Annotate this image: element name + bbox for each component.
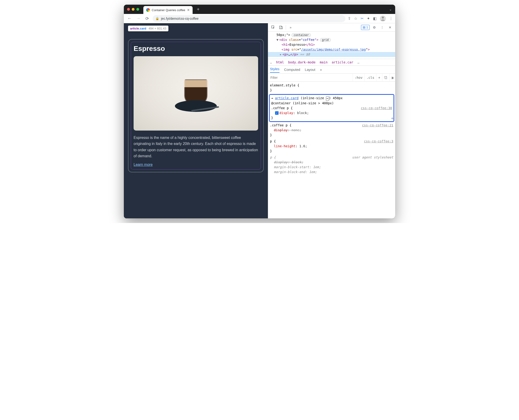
inspect-element-button[interactable] (270, 24, 277, 30)
dom-tree[interactable]: 50px;">container ▼<div class="coffee">gr… (268, 32, 395, 59)
url-text: jec.fyi/demo/css-cq-coffee (161, 17, 199, 20)
container-badge[interactable]: container (292, 33, 311, 37)
titlebar: Container Queries coffee ✕ + ⌄ (124, 5, 395, 14)
device-toolbar-button[interactable] (278, 24, 284, 30)
source-ua: user agent stylesheet (352, 155, 393, 160)
issues-badge[interactable]: ▤ 1 (361, 25, 370, 30)
rule-p-lineheight[interactable]: css-cq-coffee:3p { line-height: 1.6; } (270, 139, 393, 154)
rendered-page: article.card 494 × 601.43 Espresso Espre… (124, 23, 268, 218)
source-link[interactable]: css-cq-coffee:30 (361, 106, 392, 111)
menu-icon[interactable]: ⋮ (389, 16, 393, 21)
coffee-image (134, 56, 258, 131)
address-bar: ← → ⟳ 🔒 jec.fyi/demo/css-cq-coffee ⇧ ☆ ✂… (124, 14, 395, 23)
crumb-html[interactable]: html (276, 60, 284, 64)
tab-computed[interactable]: Computed (284, 68, 300, 72)
styles-tabs: Styles Computed Layout » (268, 66, 395, 74)
crumb-main[interactable]: main (320, 60, 328, 64)
close-tab-button[interactable]: ✕ (187, 8, 190, 12)
devtools-panel: » ▤ 1 ⚙ ⋮ ✕ 50px;">container ▼<div class… (268, 23, 395, 218)
inspect-tooltip: article.card 494 × 601.43 (128, 26, 168, 31)
tooltip-class: .card (139, 27, 146, 30)
scissors-icon[interactable]: ✂ (361, 16, 364, 21)
element-style-block[interactable]: element.style { } (270, 83, 393, 93)
url-bar[interactable]: 🔒 jec.fyi/demo/css-cq-coffee (153, 15, 346, 22)
tooltip-dimensions: 494 × 601.43 (149, 27, 166, 30)
reload-button[interactable]: ⟳ (144, 15, 150, 22)
back-button[interactable]: ← (126, 15, 133, 22)
source-link[interactable]: css-cq-coffee:3 (364, 139, 393, 144)
sidepanel-icon[interactable]: ◧ (373, 16, 376, 21)
forward-button[interactable]: → (135, 15, 142, 22)
dom-breadcrumbs[interactable]: … html body.dark-mode main article.car … (268, 59, 395, 66)
tab-styles[interactable]: Styles (270, 67, 279, 73)
inline-size-icon: ↔ (326, 96, 329, 101)
tab-layout[interactable]: Layout (305, 68, 315, 72)
dom-text: 50px;"> (277, 33, 290, 37)
styles-rules[interactable]: element.style { } → article.card (inline… (268, 82, 395, 218)
dom-selected-node[interactable]: ▸<p>…</p>== $0 (268, 52, 395, 57)
dom-h1-text: Espresso (289, 43, 305, 46)
crumb-ellipsis[interactable]: … (270, 60, 272, 64)
tabs-overflow-button[interactable]: ⌄ (389, 8, 392, 11)
crumb-article[interactable]: article.car (332, 60, 353, 64)
tab-title: Container Queries coffee (152, 8, 185, 12)
container-query-rule[interactable]: → article.card (inline-size ↔) 450px @co… (269, 94, 394, 122)
new-tab-button[interactable]: + (197, 7, 200, 12)
browser-tab[interactable]: Container Queries coffee ✕ (143, 6, 193, 14)
rendering-icon[interactable]: ◨ (389, 74, 395, 81)
share-icon[interactable]: ⇧ (348, 16, 351, 21)
tab-more[interactable]: » (320, 68, 322, 72)
learn-more-link[interactable]: Learn more (134, 163, 153, 167)
window-controls (127, 8, 139, 11)
maximize-window-button[interactable] (136, 8, 139, 11)
devtools-toolbar: » ▤ 1 ⚙ ⋮ ✕ (268, 23, 395, 32)
hov-toggle[interactable]: :hov (353, 74, 364, 81)
styles-filter-bar: :hov .cls + ⿻ ◨ (268, 74, 395, 82)
settings-icon[interactable]: ⚙ (371, 24, 377, 30)
minimize-window-button[interactable] (132, 8, 135, 11)
favicon (146, 8, 150, 12)
grid-badge[interactable]: grid (320, 38, 331, 42)
card-paragraph: Espresso is the name of a highly concent… (134, 135, 258, 159)
property-checkbox[interactable]: ✓ (275, 111, 278, 115)
close-window-button[interactable] (127, 8, 130, 11)
add-property-button[interactable]: + (391, 115, 394, 121)
cls-toggle[interactable]: .cls (364, 74, 376, 81)
bookmark-icon[interactable]: ☆ (354, 16, 357, 21)
dom-img-src[interactable]: /assets/img/demo/cof-espresso.jpg (301, 48, 366, 51)
extensions-icon[interactable]: ✦ (367, 16, 370, 21)
kebab-menu-icon[interactable]: ⋮ (379, 24, 385, 30)
close-devtools-button[interactable]: ✕ (387, 24, 393, 30)
lock-icon: 🔒 (155, 17, 159, 20)
profile-avatar[interactable] (380, 15, 386, 22)
article-card[interactable]: Espresso Espresso is the name of a highl… (128, 39, 264, 172)
card-heading: Espresso (134, 45, 258, 52)
crumb-body[interactable]: body.dark-mode (288, 60, 316, 64)
styles-filter-input[interactable] (268, 76, 353, 79)
at-container-text: @container (inline-size > 400px) (271, 101, 392, 106)
new-style-rule-button[interactable]: + (376, 74, 382, 81)
rule-coffee-p-2[interactable]: css-cq-coffee:21.coffee p { display: non… (270, 123, 393, 137)
svg-rect-2 (281, 27, 283, 29)
computed-sidebar-icon[interactable]: ⿻ (382, 74, 389, 81)
rule-ua-stylesheet: user agent stylesheetp { display: block;… (270, 155, 393, 174)
source-link[interactable]: css-cq-coffee:21 (362, 123, 393, 128)
tooltip-tag: article (130, 27, 139, 30)
more-tabs-button[interactable]: » (287, 24, 294, 30)
cq-selector-link[interactable]: article.card (275, 96, 299, 100)
